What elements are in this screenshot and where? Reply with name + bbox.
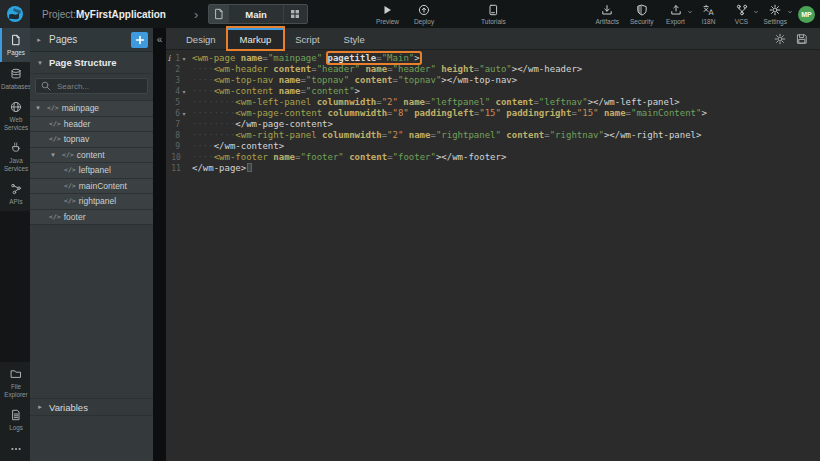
user-avatar[interactable]: MP bbox=[798, 6, 815, 23]
tab-script[interactable]: Script bbox=[283, 28, 331, 49]
line-number: 10 bbox=[171, 152, 181, 163]
gutter: 3 bbox=[166, 75, 188, 86]
tree-item-maincontent[interactable]: </>mainContent bbox=[30, 179, 153, 195]
search-box[interactable] bbox=[35, 78, 148, 94]
sidebar-item-logs[interactable]: Logs bbox=[0, 403, 30, 437]
tree-item-rightpanel[interactable]: </>rightpanel bbox=[30, 194, 153, 210]
tree-expanded-arrow-icon[interactable]: ▾ bbox=[34, 104, 42, 112]
widget-code-icon: </> bbox=[64, 197, 76, 205]
topbar-action-artifacts[interactable]: Artifacts bbox=[594, 3, 621, 25]
topbar-action-label: Artifacts bbox=[596, 18, 619, 25]
code-line-2[interactable]: 2····<wm-header content="header" name="h… bbox=[166, 64, 820, 75]
gear-icon bbox=[769, 3, 781, 16]
globe-icon bbox=[10, 101, 22, 114]
page-structure-header[interactable]: ▾ Page Structure bbox=[30, 52, 153, 74]
tree-item-content[interactable]: ▾</>content bbox=[30, 148, 153, 164]
code-text: ········<wm-page-content columnwidth="8"… bbox=[188, 108, 707, 119]
topbar-action-vcs[interactable]: VCS bbox=[729, 3, 755, 25]
topbar-action-deploy[interactable]: Deploy bbox=[411, 3, 437, 25]
collapse-panel-button[interactable]: « bbox=[157, 35, 163, 45]
code-text: ····<wm-footer name="footer" content="fo… bbox=[188, 152, 506, 163]
sidebar-item-apis[interactable]: APIs bbox=[0, 177, 30, 211]
topbar: Project:MyFirstApplication › Main Previe… bbox=[0, 0, 820, 28]
breadcrumb-chevron-icon: › bbox=[194, 8, 198, 21]
topbar-action-label: Deploy bbox=[414, 18, 434, 25]
app-logo[interactable] bbox=[0, 0, 30, 28]
code-line-5[interactable]: 5········<wm-left-panel columnwidth="2" … bbox=[166, 97, 820, 108]
code-line-1[interactable]: i1▾<wm-page name="mainpage" pagetitle="M… bbox=[166, 53, 820, 64]
code-line-9[interactable]: 9····</wm-content> bbox=[166, 141, 820, 152]
line-number: 11 bbox=[171, 163, 181, 174]
tree-expanded-arrow-icon[interactable]: ▾ bbox=[49, 151, 57, 159]
code-line-7[interactable]: 7········</wm-page-content> bbox=[166, 119, 820, 130]
topbar-action-preview[interactable]: Preview bbox=[374, 3, 401, 25]
topbar-action-label: Preview bbox=[376, 18, 399, 25]
line-number: 5 bbox=[172, 97, 180, 108]
tree-item-mainpage[interactable]: ▾</>mainpage bbox=[30, 101, 153, 117]
markup-code-editor[interactable]: i1▾<wm-page name="mainpage" pagetitle="M… bbox=[166, 50, 820, 461]
code-line-10[interactable]: 10····<wm-footer name="footer" content="… bbox=[166, 152, 820, 163]
add-page-button[interactable] bbox=[131, 32, 148, 48]
code-text: </wm-page> bbox=[188, 163, 252, 174]
api-icon bbox=[10, 183, 22, 196]
pages-panel: ▸ Pages ▾ Page Structure ▾</>mainpage</>… bbox=[30, 28, 153, 461]
vcs-icon bbox=[736, 3, 748, 16]
pages-grid-icon[interactable] bbox=[283, 5, 307, 23]
topbar-action-settings[interactable]: Settings bbox=[762, 3, 790, 25]
search-input[interactable] bbox=[55, 81, 143, 92]
export-icon bbox=[670, 3, 682, 16]
topbar-action-label: I18N bbox=[702, 18, 716, 25]
line-number: 6 bbox=[172, 108, 180, 119]
annotation-highlight-box: pagetitle="Main"> bbox=[328, 53, 420, 63]
code-line-3[interactable]: 3····<wm-top-nav name="topnav" content="… bbox=[166, 75, 820, 86]
topbar-left-actions: PreviewDeployTutorials bbox=[308, 0, 508, 28]
gutter: 9 bbox=[166, 141, 188, 152]
tab-style[interactable]: Style bbox=[332, 28, 377, 49]
topbar-action-security[interactable]: Security bbox=[628, 3, 655, 25]
tree-item-label: footer bbox=[64, 212, 86, 222]
code-line-8[interactable]: 8········<wm-right-panel columnwidth="2"… bbox=[166, 130, 820, 141]
code-line-4[interactable]: 4▾····<wm-content name="content"> bbox=[166, 86, 820, 97]
editor-settings-gear-icon[interactable] bbox=[774, 33, 786, 45]
sidebar-item-web-services[interactable]: Web Services bbox=[0, 95, 30, 136]
tree-item-header[interactable]: </>header bbox=[30, 117, 153, 133]
tab-markup[interactable]: Markup bbox=[228, 28, 284, 49]
save-button-floppy-icon[interactable] bbox=[796, 33, 808, 45]
document-tab-main[interactable]: Main bbox=[208, 4, 308, 24]
code-line-6[interactable]: 6▾········<wm-page-content columnwidth="… bbox=[166, 108, 820, 119]
gutter: i1▾ bbox=[166, 53, 188, 64]
widget-code-icon: </> bbox=[64, 182, 76, 190]
tree-item-topnav[interactable]: </>topnav bbox=[30, 132, 153, 148]
fold-arrow-icon[interactable]: ▾ bbox=[180, 53, 188, 64]
pages-header-label: Pages bbox=[49, 34, 131, 45]
tree-item-footer[interactable]: </>footer bbox=[30, 210, 153, 226]
editor-area: DesignMarkupScriptStyle i1▾<wm-page name… bbox=[166, 28, 820, 461]
search-icon bbox=[40, 80, 52, 92]
tab-design[interactable]: Design bbox=[174, 28, 228, 49]
sidebar-item-databases[interactable]: Databases bbox=[0, 62, 30, 96]
code-text: <wm-page name="mainpage" pagetitle="Main… bbox=[188, 53, 420, 64]
sidebar-item-more[interactable] bbox=[0, 437, 30, 461]
sidebar-item-java-services[interactable]: Java Services bbox=[0, 136, 30, 177]
sidebar-item-label: Logs bbox=[9, 424, 23, 432]
rail-bottom-group: File ExplorerLogs bbox=[0, 362, 30, 461]
more-icon bbox=[10, 443, 22, 456]
wavemaker-logo-icon bbox=[6, 5, 24, 23]
topbar-action-i18n[interactable]: AI18N bbox=[696, 3, 722, 25]
variables-label: Variables bbox=[49, 402, 88, 413]
sidebar-item-file-explorer[interactable]: File Explorer bbox=[0, 362, 30, 403]
tree-item-label: mainContent bbox=[79, 181, 127, 191]
code-line-11[interactable]: 11</wm-page> bbox=[166, 163, 820, 174]
fold-arrow-icon[interactable]: ▾ bbox=[180, 108, 188, 119]
pages-section-header[interactable]: ▸ Pages bbox=[30, 28, 153, 52]
tree-item-leftpanel[interactable]: </>leftpanel bbox=[30, 163, 153, 179]
sidebar-item-pages[interactable]: Pages bbox=[0, 28, 30, 62]
panel-spacer bbox=[30, 225, 153, 398]
fold-arrow-icon[interactable]: ▾ bbox=[180, 86, 188, 97]
tree-item-label: mainpage bbox=[62, 103, 99, 113]
topbar-action-tutorials[interactable]: Tutorials bbox=[479, 3, 508, 25]
project-prefix: Project: bbox=[42, 9, 76, 20]
topbar-action-export[interactable]: Export bbox=[663, 3, 689, 25]
variables-section-header[interactable]: ▸ Variables bbox=[30, 398, 153, 416]
sidebar-item-label: Java Services bbox=[3, 157, 29, 172]
